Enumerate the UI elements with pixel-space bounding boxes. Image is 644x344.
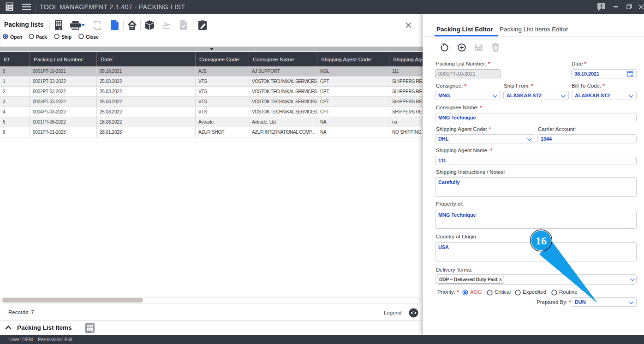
svg-text:x: x (92, 330, 94, 333)
svg-text:x: x (59, 26, 61, 30)
